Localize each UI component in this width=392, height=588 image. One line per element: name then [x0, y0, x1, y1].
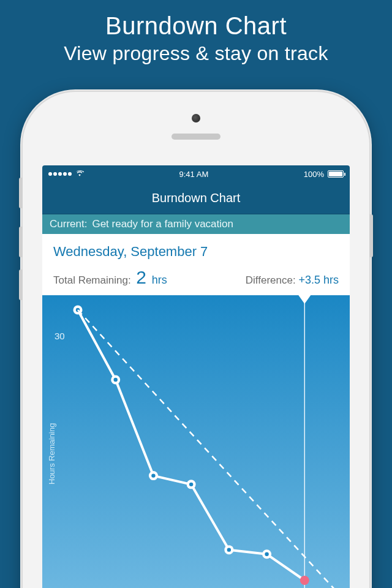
- svg-point-26: [265, 552, 268, 556]
- total-remaining-unit: hrs: [152, 274, 167, 286]
- svg-point-24: [227, 548, 231, 551]
- svg-point-22: [189, 483, 193, 486]
- difference-label: Difference:: [246, 274, 296, 286]
- current-iteration-bar[interactable]: Current: Get ready for a family vacation: [42, 214, 350, 234]
- svg-text:Hours Remaining: Hours Remaining: [47, 423, 56, 484]
- battery-icon: [328, 170, 344, 178]
- current-label: Current:: [50, 218, 87, 230]
- svg-point-20: [151, 473, 155, 477]
- svg-rect-0: [42, 295, 350, 588]
- phone-camera: [192, 114, 200, 123]
- svg-point-27: [300, 576, 309, 585]
- total-remaining-label: Total Remaining:: [53, 274, 131, 286]
- promo-subtitle: View progress & stay on track: [0, 42, 392, 65]
- phone-frame: 9:41 AM 100% Burndown Chart Current: Get…: [23, 92, 369, 588]
- difference-value: +3.5 hrs: [298, 274, 339, 286]
- wifi-icon: [75, 169, 84, 179]
- summary-panel: Wednesday, September 7 Total Remaining: …: [42, 234, 350, 295]
- svg-text:30: 30: [55, 331, 65, 341]
- status-bar: 9:41 AM 100%: [42, 165, 350, 183]
- signal-dots-icon: [48, 172, 72, 176]
- current-value: Get ready for a family vacation: [92, 218, 233, 230]
- burndown-chart[interactable]: 030Hours RemainingSep 12345678Iteration …: [42, 295, 350, 588]
- battery-percentage: 100%: [304, 170, 324, 179]
- nav-header: Burndown Chart: [42, 183, 350, 214]
- svg-point-18: [114, 378, 118, 382]
- screen: 9:41 AM 100% Burndown Chart Current: Get…: [42, 165, 350, 588]
- promo-title: Burndown Chart: [0, 12, 392, 40]
- phone-speaker: [172, 134, 221, 140]
- selected-date: Wednesday, September 7: [53, 244, 339, 260]
- nav-title: Burndown Chart: [152, 191, 241, 205]
- total-remaining-value: 2: [136, 267, 146, 287]
- status-time: 9:41 AM: [179, 170, 209, 179]
